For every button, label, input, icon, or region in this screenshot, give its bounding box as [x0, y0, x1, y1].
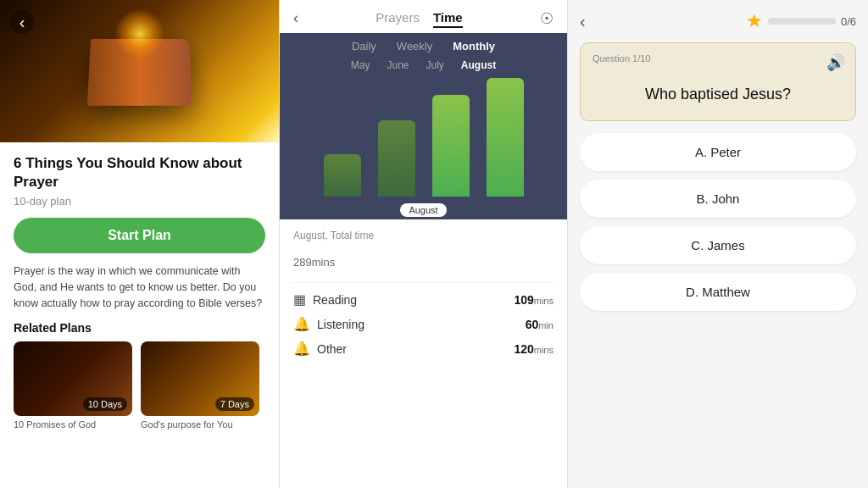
bar-may-fill	[324, 154, 361, 197]
answer-b[interactable]: B. John	[580, 180, 856, 218]
start-plan-button[interactable]: Start Plan	[14, 218, 265, 253]
bar-chart	[280, 78, 567, 197]
stat-other-left: 🔔 Other	[293, 341, 347, 357]
quiz-top-nav: ‹ ★ 0/6	[580, 10, 856, 32]
panel2-back-button[interactable]: ‹	[293, 9, 298, 27]
stats-label: August, Total time	[293, 230, 554, 241]
tab-time[interactable]: Time	[433, 8, 463, 28]
bar-june	[378, 120, 415, 197]
question-number: Question 1/10	[593, 53, 843, 64]
plan-description: Prayer is the way in which we communicat…	[14, 263, 265, 311]
stats-divider	[293, 282, 554, 283]
related-plan-1[interactable]: 10 Days	[14, 341, 132, 416]
answer-a[interactable]: A. Peter	[580, 133, 856, 171]
bar-august	[487, 78, 524, 197]
plan-content: 6 Things You Should Know about Prayer 10…	[0, 142, 279, 488]
bar-may	[324, 154, 361, 197]
period-tabs: Daily Weekly Monthly	[280, 33, 567, 56]
sound-icon[interactable]: 🔊	[826, 53, 845, 72]
plan-detail-panel: ‹ 6 Things You Should Know about Prayer …	[0, 0, 280, 488]
bar-july	[432, 95, 470, 197]
reading-icon: ▦	[293, 291, 306, 308]
bar-june-fill	[378, 120, 415, 197]
chart-area: Daily Weekly Monthly May June July Augus…	[280, 33, 567, 219]
month-may[interactable]: May	[351, 59, 370, 71]
stat-listening: 🔔 Listening 60min	[293, 316, 554, 332]
listening-icon: 🔔	[293, 316, 310, 332]
plan-title: 6 Things You Should Know about Prayer	[14, 154, 265, 191]
score-bar	[768, 18, 836, 25]
nav-tabs: Prayers Time	[376, 8, 462, 28]
stat-listening-left: 🔔 Listening	[293, 316, 364, 332]
period-daily[interactable]: Daily	[352, 40, 376, 53]
bar-august-fill	[487, 78, 524, 197]
quiz-score: ★ 0/6	[746, 10, 856, 32]
time-stats-panel: ‹ Prayers Time ☉ Daily Weekly Monthly Ma…	[280, 0, 568, 488]
month-june[interactable]: June	[387, 59, 409, 71]
period-weekly[interactable]: Weekly	[397, 40, 432, 53]
plan-2-days: 7 Days	[215, 397, 254, 411]
hero-image: ‹	[0, 0, 279, 142]
stat-other: 🔔 Other 120mins	[293, 341, 554, 357]
month-tabs: May June July August	[280, 56, 567, 78]
month-august[interactable]: August	[461, 59, 496, 71]
bar-july-fill	[432, 95, 470, 197]
stat-reading: ▦ Reading 109mins	[293, 291, 554, 308]
plan-1-days: 10 Days	[83, 397, 127, 411]
chart-bottom: August	[280, 197, 567, 219]
related-plans-title: Related Plans	[14, 321, 265, 335]
month-july[interactable]: July	[426, 59, 444, 71]
stats-total: 289mins	[293, 245, 554, 272]
stats-area: August, Total time 289mins ▦ Reading 109…	[280, 219, 567, 488]
total-value: 289	[293, 256, 312, 269]
plan-1-name: 10 Promises of God	[14, 419, 132, 430]
plan-2-name: God's purpose for You	[141, 419, 259, 430]
quiz-panel: ‹ ★ 0/6 Question 1/10 🔊 Who baptised Jes…	[568, 0, 868, 488]
star-icon: ★	[746, 10, 763, 32]
answer-options: A. Peter B. John C. James D. Matthew	[580, 133, 856, 311]
listening-value: 60min	[526, 318, 554, 331]
panel2-nav: ‹ Prayers Time ☉	[280, 0, 567, 33]
other-value: 120mins	[514, 342, 554, 356]
question-card: Question 1/10 🔊 Who baptised Jesus?	[580, 42, 856, 121]
chart-bottom-text: August	[400, 203, 446, 217]
related-plan-2[interactable]: 7 Days	[141, 341, 259, 416]
stat-reading-left: ▦ Reading	[293, 291, 357, 308]
tab-prayers[interactable]: Prayers	[376, 8, 420, 28]
other-label: Other	[317, 342, 347, 356]
back-button[interactable]: ‹	[10, 10, 34, 34]
plan-duration: 10-day plan	[14, 195, 265, 208]
reading-value: 109mins	[514, 293, 554, 307]
period-monthly[interactable]: Monthly	[453, 40, 495, 53]
total-unit: mins	[312, 256, 335, 269]
share-button[interactable]: ☉	[540, 9, 554, 28]
answer-d[interactable]: D. Matthew	[580, 273, 856, 311]
glow-effect	[114, 8, 165, 59]
listening-label: Listening	[317, 318, 364, 331]
quiz-back-button[interactable]: ‹	[580, 12, 586, 31]
related-plans-list: 10 Days 7 Days	[14, 341, 265, 416]
question-text: Who baptised Jesus?	[593, 77, 843, 110]
reading-label: Reading	[313, 293, 357, 307]
score-text: 0/6	[841, 15, 856, 28]
other-icon: 🔔	[293, 341, 310, 357]
answer-c[interactable]: C. James	[580, 226, 856, 264]
